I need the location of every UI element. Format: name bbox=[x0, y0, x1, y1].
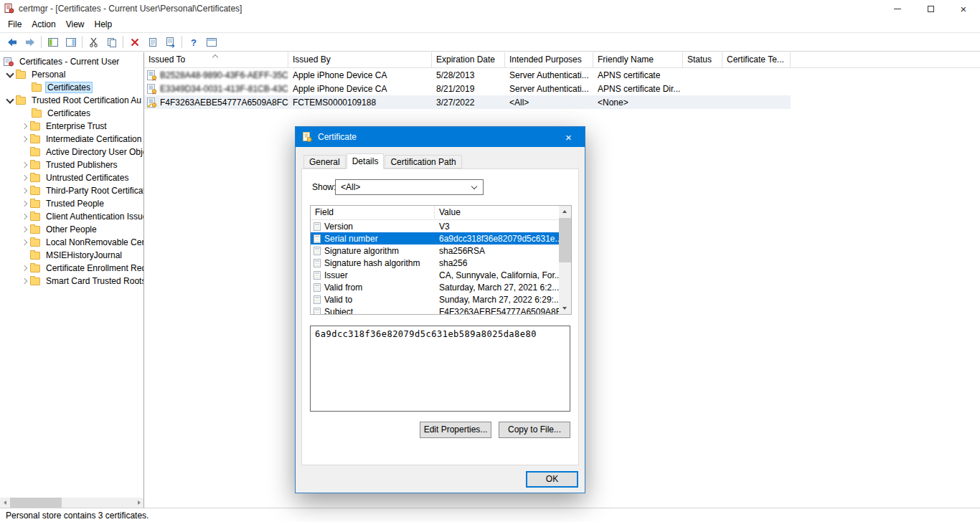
tree-item-label: Trusted People bbox=[44, 198, 106, 209]
chevron-right-icon[interactable] bbox=[19, 159, 30, 171]
tree-item-intermediate-ca[interactable]: Intermediate Certification Au bbox=[0, 133, 143, 146]
folder-icon bbox=[30, 277, 40, 285]
column-intended-purposes[interactable]: Intended Purposes bbox=[505, 52, 593, 67]
tab-certification-path[interactable]: Certification Path bbox=[385, 155, 461, 169]
chevron-right-icon[interactable] bbox=[19, 211, 30, 222]
grid-row-issuer[interactable]: Issuer CA, Sunnyvale, California, For... bbox=[311, 269, 559, 281]
scrollbar-thumb[interactable] bbox=[10, 498, 62, 508]
dialog-tabs: General Details Certification Path bbox=[303, 153, 463, 169]
grid-row-version[interactable]: Version V3 bbox=[311, 220, 559, 232]
grid-row-serial-number[interactable]: Serial number 6a9dcc318f36e82079d5c631e.… bbox=[311, 232, 559, 245]
tree-item-smart-card-trusted-roots[interactable]: Smart Card Trusted Roots bbox=[0, 275, 143, 288]
tree-item-label: MSIEHistoryJournal bbox=[44, 250, 124, 261]
tab-details[interactable]: Details bbox=[347, 153, 385, 169]
tree-item-msie-history-journal[interactable]: MSIEHistoryJournal bbox=[0, 249, 143, 262]
tree-item-personal[interactable]: Personal bbox=[0, 68, 143, 81]
tree-item-personal-certificates[interactable]: Certificates bbox=[0, 81, 143, 94]
copy-to-file-button[interactable]: Copy to File... bbox=[499, 422, 570, 438]
chevron-down-icon[interactable] bbox=[4, 69, 16, 80]
tree-item-client-authentication-issuers[interactable]: Client Authentication Issuers bbox=[0, 210, 143, 223]
show-hide-action-pane-button[interactable] bbox=[62, 34, 80, 51]
delete-button[interactable] bbox=[126, 34, 143, 51]
table-row-selected[interactable]: F4F3263AEBE54777A6509A8FCC... FCTEMS0000… bbox=[144, 95, 791, 109]
tab-general[interactable]: General bbox=[303, 155, 346, 169]
tree-item-label: Trusted Publishers bbox=[44, 159, 120, 171]
chevron-right-icon[interactable] bbox=[19, 185, 30, 196]
maximize-button[interactable] bbox=[914, 0, 947, 17]
forward-button[interactable] bbox=[21, 34, 39, 51]
field-icon bbox=[314, 234, 321, 243]
export-list-icon bbox=[165, 37, 176, 48]
tree-item-label: Certificates bbox=[45, 82, 93, 93]
column-issued-to[interactable]: Issued To bbox=[144, 52, 288, 67]
chevron-down-icon[interactable] bbox=[4, 95, 16, 106]
show-dropdown[interactable]: <All> bbox=[335, 179, 484, 195]
show-hide-console-tree-button[interactable] bbox=[44, 34, 62, 51]
tree-item-trusted-root[interactable]: Trusted Root Certification Au bbox=[0, 94, 143, 107]
purposes-value: <All> bbox=[505, 98, 593, 108]
back-button[interactable] bbox=[3, 34, 21, 51]
menu-help[interactable]: Help bbox=[90, 17, 118, 32]
table-row[interactable]: E3349D34-0031-413F-81CB-43C... Apple iPh… bbox=[144, 82, 791, 95]
scroll-up-icon[interactable] bbox=[559, 206, 571, 217]
menu-view[interactable]: View bbox=[61, 17, 90, 32]
column-certificate-template[interactable]: Certificate Te... bbox=[722, 52, 791, 67]
column-friendly-name[interactable]: Friendly Name bbox=[593, 52, 683, 67]
chevron-right-icon[interactable] bbox=[19, 133, 30, 145]
table-row[interactable]: B2528A48-9890-43F6-AEFF-35C... Apple iPh… bbox=[144, 68, 791, 82]
column-status[interactable]: Status bbox=[683, 52, 722, 67]
tree-item-certificate-enrollment-requests[interactable]: Certificate Enrollment Reque bbox=[0, 262, 143, 275]
grid-row-signature-hash-algorithm[interactable]: Signature hash algorithm sha256 bbox=[311, 257, 559, 269]
grid-row-valid-from[interactable]: Valid from Saturday, March 27, 2021 6:2.… bbox=[311, 281, 559, 293]
chevron-right-icon[interactable] bbox=[19, 120, 30, 132]
export-list-button[interactable] bbox=[161, 34, 179, 51]
grid-vertical-scrollbar[interactable] bbox=[559, 206, 571, 314]
chevron-right-icon[interactable] bbox=[19, 237, 30, 248]
cut-button[interactable] bbox=[85, 34, 103, 51]
edit-properties-button[interactable]: Edit Properties... bbox=[420, 422, 491, 438]
action-pane-button[interactable] bbox=[202, 34, 220, 51]
menu-action[interactable]: Action bbox=[27, 17, 60, 32]
scroll-right-icon[interactable] bbox=[133, 498, 143, 508]
scroll-left-icon[interactable] bbox=[0, 498, 10, 508]
properties-button[interactable] bbox=[143, 34, 161, 51]
chevron-right-icon[interactable] bbox=[19, 198, 30, 209]
scrollbar-thumb[interactable] bbox=[559, 218, 571, 262]
tree-item-certificates-current-user[interactable]: Certificates - Current User bbox=[0, 55, 143, 68]
tree-item-trusted-root-certificates[interactable]: Certificates bbox=[0, 107, 143, 120]
column-expiration-date[interactable]: Expiration Date bbox=[432, 52, 505, 67]
field-column-header[interactable]: Field bbox=[311, 206, 435, 219]
close-button[interactable]: × bbox=[947, 0, 980, 17]
tree-item-untrusted-certificates[interactable]: Untrusted Certificates bbox=[0, 171, 143, 184]
field-value-textbox[interactable]: 6a9dcc318f36e82079d5c631eb589a8025da8e80 bbox=[310, 326, 570, 412]
tree-horizontal-scrollbar[interactable] bbox=[0, 498, 143, 508]
value-column-header[interactable]: Value bbox=[435, 206, 571, 219]
tree-item-enterprise-trust[interactable]: Enterprise Trust bbox=[0, 120, 143, 133]
copy-button[interactable] bbox=[103, 34, 121, 51]
chevron-right-icon[interactable] bbox=[19, 275, 30, 287]
menu-file[interactable]: File bbox=[3, 17, 27, 32]
chevron-right-icon[interactable] bbox=[19, 224, 30, 235]
dialog-close-button[interactable]: × bbox=[552, 127, 585, 147]
tree-item-trusted-people[interactable]: Trusted People bbox=[0, 197, 143, 210]
scroll-down-icon[interactable] bbox=[559, 303, 571, 314]
chevron-right-icon[interactable] bbox=[19, 172, 30, 184]
folder-icon bbox=[32, 84, 42, 92]
show-dropdown-value: <All> bbox=[341, 182, 360, 192]
chevron-right-icon[interactable] bbox=[19, 262, 30, 274]
ok-button[interactable]: OK bbox=[526, 471, 578, 488]
tree-item-local-nonremovable[interactable]: Local NonRemovable Certific bbox=[0, 236, 143, 249]
grid-row-valid-to[interactable]: Valid to Sunday, March 27, 2022 6:29:... bbox=[311, 293, 559, 305]
minimize-button[interactable] bbox=[881, 0, 914, 17]
tree-item-trusted-publishers[interactable]: Trusted Publishers bbox=[0, 158, 143, 171]
tree-item-third-party-root[interactable]: Third-Party Root Certificatior bbox=[0, 184, 143, 197]
field-icon bbox=[314, 308, 321, 315]
tree-item-other-people[interactable]: Other People bbox=[0, 223, 143, 236]
status-text: Personal store contains 3 certificates. bbox=[6, 511, 149, 521]
help-button[interactable]: ? bbox=[184, 34, 202, 51]
grid-row-subject[interactable]: Subject F4F3263AEBE54777A6509A8F... bbox=[311, 305, 559, 315]
tree-item-label: Certificates - Current User bbox=[17, 56, 121, 67]
tree-item-active-directory-user-object[interactable]: Active Directory User Object bbox=[0, 146, 143, 158]
column-issued-by[interactable]: Issued By bbox=[288, 52, 432, 67]
grid-row-signature-algorithm[interactable]: Signature algorithm sha256RSA bbox=[311, 245, 559, 257]
